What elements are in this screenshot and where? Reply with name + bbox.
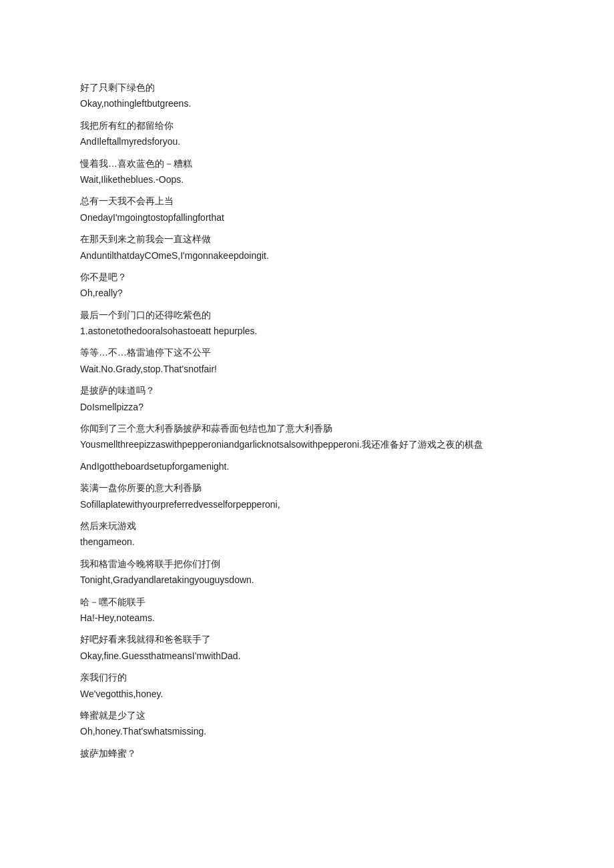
english-line-5: Oh,really? xyxy=(80,286,534,300)
chinese-line-16: 亲我们行的 xyxy=(80,670,534,685)
line-pair-11: 装满一盘你所要的意大利香肠Sofillaplatewithyourpreferr… xyxy=(80,480,534,512)
english-line-3: OnedayI'mgoingtostopfallingforthat xyxy=(80,210,534,225)
english-line-11: Sofillaplatewithyourpreferredvesselforpe… xyxy=(80,497,534,512)
line-pair-8: 是披萨的味道吗？DoIsmellpizza? xyxy=(80,383,534,414)
line-pair-2: 慢着我…喜欢蓝色的－糟糕Wait,Iliketheblues.-Oops. xyxy=(80,156,534,187)
chinese-line-6: 最后一个到门口的还得吃紫色的 xyxy=(80,308,534,322)
chinese-line-2: 慢着我…喜欢蓝色的－糟糕 xyxy=(80,156,534,171)
line-pair-3: 总有一天我不会再上当OnedayI'mgoingtostopfallingfor… xyxy=(80,193,534,225)
english-line-14: Ha!-Hey,noteams. xyxy=(80,610,534,625)
line-pair-15: 好吧好看来我就得和爸爸联手了Okay,fine.GuessthatmeansI'… xyxy=(80,632,534,663)
line-pair-16: 亲我们行的We'vegotthis,honey. xyxy=(80,670,534,701)
line-pair-18: 披萨加蜂蜜？ xyxy=(80,746,534,761)
chinese-line-3: 总有一天我不会再上当 xyxy=(80,193,534,208)
line-pair-10: AndIgottheboardsetupforgamenight. xyxy=(80,459,534,474)
english-line-8: DoIsmellpizza? xyxy=(80,400,534,414)
english-line-2: Wait,Iliketheblues.-Oops. xyxy=(80,172,534,187)
line-pair-1: 我把所有红的都留给你AndIleftallmyredsforyou. xyxy=(80,118,534,149)
line-pair-17: 蜂蜜就是少了这Oh,honey.That'swhatsmissing. xyxy=(80,708,534,739)
english-line-13: Tonight,Gradyandlaretakingyouguysdown. xyxy=(80,572,534,587)
chinese-line-5: 你不是吧？ xyxy=(80,270,534,284)
chinese-line-12: 然后来玩游戏 xyxy=(80,518,534,533)
line-pair-7: 等等…不…格雷迪停下这不公平Wait.No.Grady,stop.That'sn… xyxy=(80,345,534,376)
english-line-6: 1.astonetothedooralsohastoeatt hepurples… xyxy=(80,324,534,338)
chinese-line-1: 我把所有红的都留给你 xyxy=(80,118,534,133)
chinese-line-18: 披萨加蜂蜜？ xyxy=(80,746,534,761)
line-pair-0: 好了只剩下绿色的Okay,nothingleftbutgreens. xyxy=(80,80,534,111)
english-line-15: Okay,fine.GuessthatmeansI'mwithDad. xyxy=(80,648,534,663)
chinese-line-8: 是披萨的味道吗？ xyxy=(80,383,534,398)
chinese-line-17: 蜂蜜就是少了这 xyxy=(80,708,534,723)
chinese-line-9: 你闻到了三个意大利香肠披萨和蒜香面包结也加了意大利香肠 xyxy=(80,421,534,436)
chinese-line-7: 等等…不…格雷迪停下这不公平 xyxy=(80,345,534,360)
english-line-9: Yousmellthreepizzaswithpepperoniandgarli… xyxy=(80,437,534,452)
chinese-line-10: AndIgottheboardsetupforgamenight. xyxy=(80,459,534,474)
english-line-0: Okay,nothingleftbutgreens. xyxy=(80,96,534,111)
line-pair-4: 在那天到来之前我会一直这样做AnduntilthatdayCOmeS,I'mgo… xyxy=(80,232,534,263)
english-line-7: Wait.No.Grady,stop.That'snotfair! xyxy=(80,362,534,376)
line-pair-9: 你闻到了三个意大利香肠披萨和蒜香面包结也加了意大利香肠Yousmellthree… xyxy=(80,421,534,452)
chinese-line-15: 好吧好看来我就得和爸爸联手了 xyxy=(80,632,534,646)
main-content: 好了只剩下绿色的Okay,nothingleftbutgreens.我把所有红的… xyxy=(80,80,534,761)
line-pair-12: 然后来玩游戏thengameon. xyxy=(80,518,534,550)
line-pair-6: 最后一个到门口的还得吃紫色的1.astonetothedooralsohasto… xyxy=(80,308,534,339)
line-pair-14: 哈－嘿不能联手Ha!-Hey,noteams. xyxy=(80,594,534,626)
english-line-1: AndIleftallmyredsforyou. xyxy=(80,134,534,149)
chinese-line-14: 哈－嘿不能联手 xyxy=(80,594,534,609)
line-pair-13: 我和格雷迪今晚将联手把你们打倒Tonight,Gradyandlaretakin… xyxy=(80,556,534,588)
chinese-line-11: 装满一盘你所要的意大利香肠 xyxy=(80,480,534,495)
english-line-16: We'vegotthis,honey. xyxy=(80,687,534,701)
english-line-12: thengameon. xyxy=(80,534,534,549)
chinese-line-13: 我和格雷迪今晚将联手把你们打倒 xyxy=(80,556,534,571)
english-line-17: Oh,honey.That'swhatsmissing. xyxy=(80,724,534,739)
chinese-line-0: 好了只剩下绿色的 xyxy=(80,80,534,95)
line-pair-5: 你不是吧？Oh,really? xyxy=(80,270,534,301)
chinese-line-4: 在那天到来之前我会一直这样做 xyxy=(80,232,534,246)
english-line-4: AnduntilthatdayCOmeS,I'mgonnakeepdoingit… xyxy=(80,248,534,263)
